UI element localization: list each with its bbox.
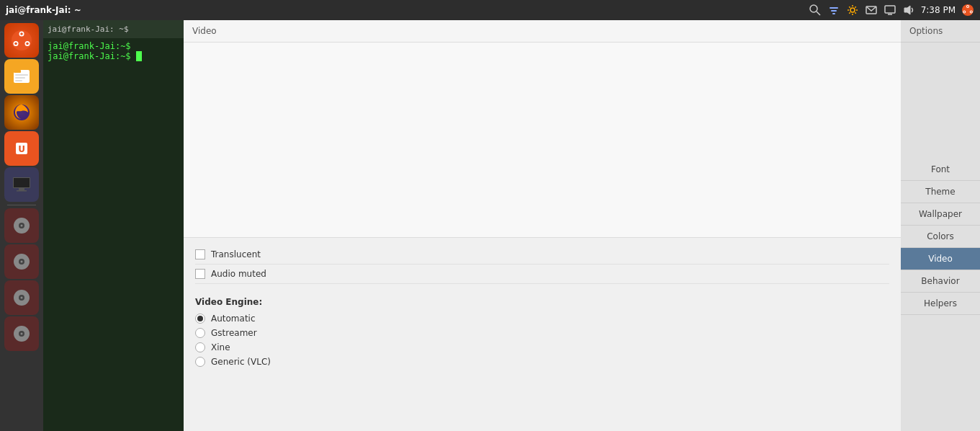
engine-vlc-label: Generic (VLC)	[211, 357, 271, 367]
engine-automatic-radio[interactable]	[195, 314, 205, 324]
options-item-video[interactable]: Video	[901, 248, 980, 270]
svg-marker-9	[904, 6, 910, 14]
terminal-titlebar: jai@frank-Jai: ~$	[43, 20, 184, 38]
svg-rect-27	[15, 77, 25, 79]
options-empty-bottom	[901, 315, 980, 431]
svg-point-15	[971, 12, 972, 13]
options-item-font[interactable]: Font	[901, 159, 980, 181]
video-section: Video Translucent Audio muted Video Engi…	[184, 20, 901, 431]
svg-point-38	[21, 225, 23, 227]
main-layout: U jai@frank-Jai: ~$ jai@frank-Jai:~$ jai…	[0, 20, 980, 431]
options-empty-top	[901, 43, 980, 159]
video-options: Translucent Audio muted	[184, 237, 901, 291]
dock-disk3-icon[interactable]	[4, 280, 39, 315]
topbar-title: jai@frank-Jai: ~	[6, 5, 81, 15]
options-item-helpers[interactable]: Helpers	[901, 293, 980, 315]
translucent-checkbox[interactable]	[195, 249, 205, 259]
translucent-row: Translucent	[195, 245, 889, 265]
svg-rect-35	[17, 190, 27, 192]
audio-muted-label: Audio muted	[211, 269, 266, 279]
engine-vlc-radio[interactable]	[195, 357, 205, 367]
options-item-colors[interactable]: Colors	[901, 226, 980, 248]
svg-point-44	[21, 297, 23, 299]
engine-xine-label: Xine	[211, 342, 230, 352]
translucent-label: Translucent	[211, 249, 261, 259]
video-engine-section: Video Engine: Automatic Gstreamer Xine	[184, 291, 901, 375]
svg-point-23	[14, 43, 17, 45]
svg-point-16	[963, 12, 965, 13]
dock-files-icon[interactable]	[4, 59, 39, 94]
ubuntu-menu-icon[interactable]	[961, 4, 974, 17]
dock-ubuntu-one-icon[interactable]: U	[4, 131, 39, 166]
svg-rect-33	[14, 178, 30, 187]
svg-rect-34	[19, 188, 24, 190]
svg-rect-25	[14, 70, 21, 73]
svg-rect-3	[831, 10, 837, 12]
video-bottom-space	[184, 375, 901, 431]
search-icon[interactable]	[809, 4, 822, 17]
options-item-behavior[interactable]: Behavior	[901, 270, 980, 293]
dock-disk2-icon[interactable]	[4, 244, 39, 279]
svg-rect-26	[15, 74, 28, 76]
audio-muted-checkbox[interactable]	[195, 269, 205, 279]
video-header: Video	[184, 20, 901, 43]
svg-point-0	[810, 5, 817, 12]
video-body: Translucent Audio muted Video Engine: Au…	[184, 43, 901, 431]
engine-gstreamer-label: Gstreamer	[211, 328, 257, 338]
options-sidebar: Options Font Theme Wallpaper Colors Vide…	[901, 20, 980, 431]
svg-point-41	[21, 261, 23, 263]
video-engine-label: Video Engine:	[195, 297, 889, 307]
content-area: Video Translucent Audio muted Video Engi…	[184, 20, 901, 431]
engine-vlc-row: Generic (VLC)	[195, 355, 889, 369]
options-sidebar-title: Options	[901, 20, 980, 43]
settings-icon[interactable]	[846, 4, 859, 17]
svg-rect-2	[830, 7, 838, 9]
topbar-left: jai@frank-Jai: ~	[6, 5, 81, 15]
svg-rect-7	[885, 6, 895, 13]
engine-xine-row: Xine	[195, 340, 889, 355]
terminal-area: jai@frank-Jai: ~$ jai@frank-Jai:~$ jai@f…	[43, 20, 184, 431]
clock: 7:38 PM	[921, 5, 956, 15]
svg-point-21	[20, 32, 23, 35]
terminal-content[interactable]: jai@frank-Jai:~$ jai@frank-Jai:~$	[43, 38, 184, 431]
mail-icon[interactable]	[865, 4, 878, 17]
engine-automatic-label: Automatic	[211, 314, 256, 324]
svg-point-14	[967, 6, 968, 7]
topbar: jai@frank-Jai: ~ 7:38 PM	[0, 0, 980, 20]
terminal-prompt1: jai@frank-Jai:~$	[48, 41, 179, 51]
svg-text:U: U	[18, 144, 25, 154]
dock-monitor-icon[interactable]	[4, 167, 39, 202]
volume-icon[interactable]	[902, 4, 915, 17]
dock-firefox-icon[interactable]	[4, 95, 39, 130]
svg-point-5	[850, 8, 855, 12]
engine-xine-radio[interactable]	[195, 342, 205, 352]
dock-disk4-icon[interactable]	[4, 316, 39, 351]
display-icon[interactable]	[884, 4, 896, 17]
topbar-right: 7:38 PM	[809, 4, 974, 17]
engine-automatic-row: Automatic	[195, 311, 889, 326]
network-icon[interactable]	[827, 4, 840, 17]
engine-gstreamer-radio[interactable]	[195, 328, 205, 338]
terminal-prompt2: jai@frank-Jai:~$	[48, 51, 179, 61]
svg-point-22	[26, 43, 29, 45]
dock-divider	[7, 205, 36, 205]
dock-ubuntu-icon[interactable]	[4, 23, 39, 58]
terminal-title: jai@frank-Jai: ~$	[48, 25, 129, 34]
svg-rect-28	[15, 80, 22, 81]
video-empty-space	[184, 43, 901, 237]
dock-disk1-icon[interactable]	[4, 208, 39, 243]
svg-rect-4	[832, 13, 835, 14]
options-item-theme[interactable]: Theme	[901, 181, 980, 203]
audio-muted-row: Audio muted	[195, 265, 889, 284]
svg-line-1	[817, 12, 820, 15]
options-item-wallpaper[interactable]: Wallpaper	[901, 203, 980, 226]
engine-gstreamer-row: Gstreamer	[195, 326, 889, 340]
dock: U	[0, 20, 43, 431]
svg-point-47	[21, 333, 23, 335]
options-menu: Font Theme Wallpaper Colors Video Behavi…	[901, 159, 980, 315]
